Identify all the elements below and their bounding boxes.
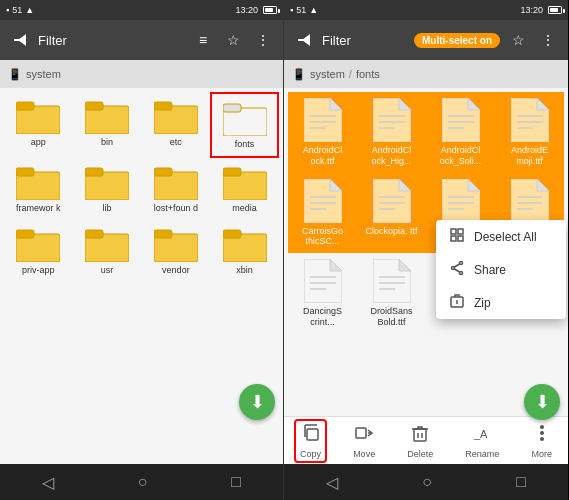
action-btn-copy[interactable]: Copy [294,419,327,463]
folder-item-3[interactable]: fonts [210,92,279,158]
folder-item-2[interactable]: etc [142,92,211,158]
svg-marker-49 [330,179,342,191]
action-btn-delete[interactable]: Delete [401,419,439,463]
folder-item-8[interactable]: priv-app [4,220,73,282]
folder-item-11[interactable]: xbin [210,220,279,282]
svg-rect-95 [356,428,366,438]
left-more-button[interactable]: ⋮ [251,28,275,52]
svg-rect-25 [223,230,241,238]
left-recent-nav[interactable]: □ [231,473,241,491]
folder-icon-7 [223,164,267,200]
action-label-3: Rename [465,449,499,459]
breadcrumb-sep: / [349,68,352,80]
svg-marker-69 [330,259,342,271]
svg-rect-83 [451,229,456,234]
folder-icon-11 [223,226,267,262]
context-menu-item-0[interactable]: Deselect All [436,220,566,253]
file-icon-3 [511,98,549,142]
folder-name-5: lib [103,203,112,214]
folder-icon-9 [85,226,129,262]
file-name-0: AndroidCl ock.ttf [294,145,352,167]
folder-item-10[interactable]: vendor [142,220,211,282]
right-more-button[interactable]: ⋮ [536,28,560,52]
left-more-icon: ⋮ [256,32,270,48]
left-list-view-button[interactable]: ≡ [191,28,215,52]
action-btn-move[interactable]: Move [347,419,381,463]
file-name-1: AndroidCl ock_Hig... [363,145,421,167]
left-back-button[interactable] [8,28,32,52]
folder-icon-0 [16,98,60,134]
right-breadcrumb-system[interactable]: system [310,68,345,80]
folder-item-6[interactable]: lost+foun d [142,158,211,220]
context-menu-item-2[interactable]: Zip [436,286,566,319]
left-home-nav[interactable]: ○ [138,473,148,491]
context-menu-label-1: Share [474,263,506,277]
file-item-1[interactable]: AndroidCl ock_Hig... [357,92,426,173]
context-menu: Deselect All Share Zip [436,220,566,319]
svg-rect-5 [85,102,103,110]
folder-item-7[interactable]: media [210,158,279,220]
right-breadcrumb-fonts[interactable]: fonts [356,68,380,80]
action-btn-rename[interactable]: _A Rename [459,419,505,463]
right-recent-nav[interactable]: □ [516,473,526,491]
right-back-nav[interactable]: ◁ [326,473,338,492]
folder-name-1: bin [101,137,113,148]
file-item-3[interactable]: AndroidE moji.ttf [495,92,564,173]
right-status-right: 13:20 [520,5,562,15]
right-back-button[interactable] [292,28,316,52]
folder-item-0[interactable]: app [4,92,73,158]
right-toolbar-title: Filter [322,33,408,48]
file-item-8[interactable]: DancingS crint... [288,253,357,334]
folder-item-9[interactable]: usr [73,220,142,282]
right-fab-download[interactable]: ⬇ [524,384,560,420]
right-star-icon: ☆ [512,32,525,48]
right-device-icon: 📱 [292,68,306,81]
file-name-9: DroidSans Bold.ttf [363,306,421,328]
file-icon-5 [373,179,411,223]
folder-item-1[interactable]: bin [73,92,142,158]
file-item-4[interactable]: CarroisGo thicSC... [288,173,357,254]
file-item-0[interactable]: AndroidCl ock.ttf [288,92,357,173]
folder-name-6: lost+foun d [154,203,198,214]
context-menu-label-0: Deselect All [474,230,537,244]
svg-rect-21 [85,230,103,238]
action-btn-more[interactable]: More [525,419,558,463]
context-menu-icon-1 [448,261,466,278]
left-fab-download[interactable]: ⬇ [239,384,275,420]
left-toolbar-title: Filter [38,33,185,48]
folder-name-2: etc [170,137,182,148]
folder-icon-1 [85,98,129,134]
svg-rect-7 [154,102,172,110]
svg-marker-64 [537,179,549,191]
file-icon-9 [373,259,411,303]
file-item-9[interactable]: DroidSans Bold.ttf [357,253,426,334]
action-icon-2 [410,423,430,447]
file-name-8: DancingS crint... [294,306,352,328]
right-action-bar: Copy Move Delete _A Rename More [284,416,568,464]
svg-rect-17 [223,168,241,176]
svg-rect-1 [14,39,22,41]
context-menu-item-1[interactable]: Share [436,253,566,286]
folder-name-0: app [31,137,46,148]
file-item-2[interactable]: AndroidCl ock_Soli... [426,92,495,173]
right-wifi-icon: ▲ [309,5,318,15]
action-label-4: More [531,449,552,459]
left-back-nav[interactable]: ◁ [42,473,54,492]
action-icon-0 [301,423,321,447]
folder-item-5[interactable]: lib [73,158,142,220]
left-star-button[interactable]: ☆ [221,28,245,52]
folder-item-4[interactable]: framewor k [4,158,73,220]
right-home-nav[interactable]: ○ [422,473,432,491]
file-icon-0 [304,98,342,142]
right-status-left: ▪ 51 ▲ [290,5,318,15]
folder-name-7: media [232,203,257,214]
file-item-5[interactable]: Clockopia. ttf [357,173,426,254]
svg-rect-85 [451,236,456,241]
multiselect-badge[interactable]: Multi-select on [414,33,500,48]
right-download-icon: ⬇ [535,391,550,413]
folder-name-11: xbin [236,265,253,276]
svg-marker-34 [399,98,411,110]
right-star-button[interactable]: ☆ [506,28,530,52]
left-breadcrumb-item-0[interactable]: system [26,68,61,80]
folder-name-4: framewor k [16,203,61,214]
